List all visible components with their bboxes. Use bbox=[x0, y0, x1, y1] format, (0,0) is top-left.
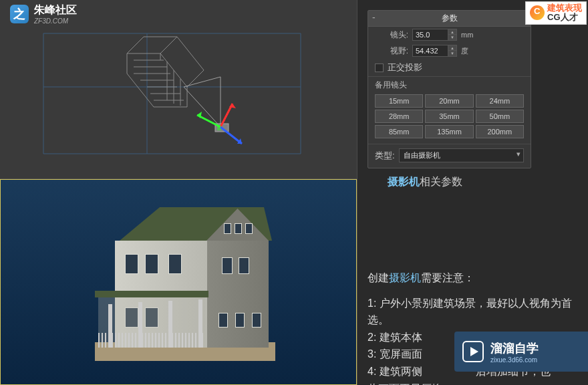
preset-50mm[interactable]: 50mm bbox=[476, 110, 524, 123]
badge-top-icon bbox=[530, 5, 545, 20]
preset-20mm[interactable]: 20mm bbox=[425, 94, 473, 108]
logo-title: 朱峰社区 bbox=[34, 3, 77, 17]
viewport-top[interactable]: 朱峰社区 ZF3D.COM bbox=[0, 0, 357, 179]
preset-200mm[interactable]: 200mm bbox=[476, 125, 524, 138]
lens-spinner[interactable]: ▲ ▼ bbox=[412, 29, 457, 41]
preset-grid: 15mm 20mm 24mm 28mm 35mm 50mm 85mm 135mm… bbox=[368, 92, 531, 144]
logo-icon bbox=[10, 5, 29, 23]
presets-label: 备用镜头 bbox=[368, 76, 531, 92]
badge-top: 建筑表现 CG人才 bbox=[525, 1, 587, 25]
lens-label: 镜头: bbox=[375, 29, 408, 41]
help-text: 摄影机相关参数 bbox=[368, 175, 578, 189]
viewport-perspective[interactable] bbox=[0, 179, 357, 385]
note-line-1: 1: 户外小景别建筑场景，最好以人视角为首选。 bbox=[368, 295, 578, 329]
type-label: 类型: bbox=[375, 150, 395, 162]
svg-line-6 bbox=[220, 127, 242, 144]
preset-15mm[interactable]: 15mm bbox=[375, 94, 423, 108]
preset-28mm[interactable]: 28mm bbox=[375, 110, 423, 123]
spinner-up-icon[interactable]: ▲ bbox=[448, 45, 456, 51]
logo-watermark: 朱峰社区 ZF3D.COM bbox=[10, 3, 77, 25]
camera-type-dropdown[interactable]: 自由摄影机 bbox=[399, 148, 524, 162]
panel-header[interactable]: 参数 bbox=[368, 11, 531, 27]
spinner-up-icon[interactable]: ▲ bbox=[448, 29, 456, 35]
fov-label: 视野: bbox=[375, 45, 408, 57]
preset-35mm[interactable]: 35mm bbox=[425, 110, 473, 123]
play-icon bbox=[462, 341, 484, 362]
wireframe-scene bbox=[37, 23, 317, 157]
lens-unit: mm bbox=[461, 31, 473, 39]
spinner-down-icon[interactable]: ▼ bbox=[448, 51, 456, 56]
fov-spinner[interactable]: ▲ ▼ bbox=[412, 45, 457, 57]
fov-unit: 度 bbox=[461, 46, 468, 56]
lens-input[interactable] bbox=[413, 29, 448, 40]
ortho-label: 正交投影 bbox=[388, 61, 422, 74]
badge-bottom[interactable]: 溜溜自学 zixue.3d66.com bbox=[454, 332, 588, 372]
ortho-checkbox[interactable] bbox=[375, 63, 384, 72]
spinner-down-icon[interactable]: ▼ bbox=[448, 35, 456, 40]
fov-input[interactable] bbox=[413, 45, 448, 56]
preset-85mm[interactable]: 85mm bbox=[375, 125, 423, 138]
preset-24mm[interactable]: 24mm bbox=[476, 94, 524, 108]
preset-135mm[interactable]: 135mm bbox=[425, 125, 473, 138]
logo-subtitle: ZF3D.COM bbox=[34, 17, 77, 25]
camera-params-panel: 参数 镜头: ▲ ▼ mm 视野: ▲ ▼ bbox=[368, 10, 531, 168]
house-render bbox=[61, 197, 295, 364]
